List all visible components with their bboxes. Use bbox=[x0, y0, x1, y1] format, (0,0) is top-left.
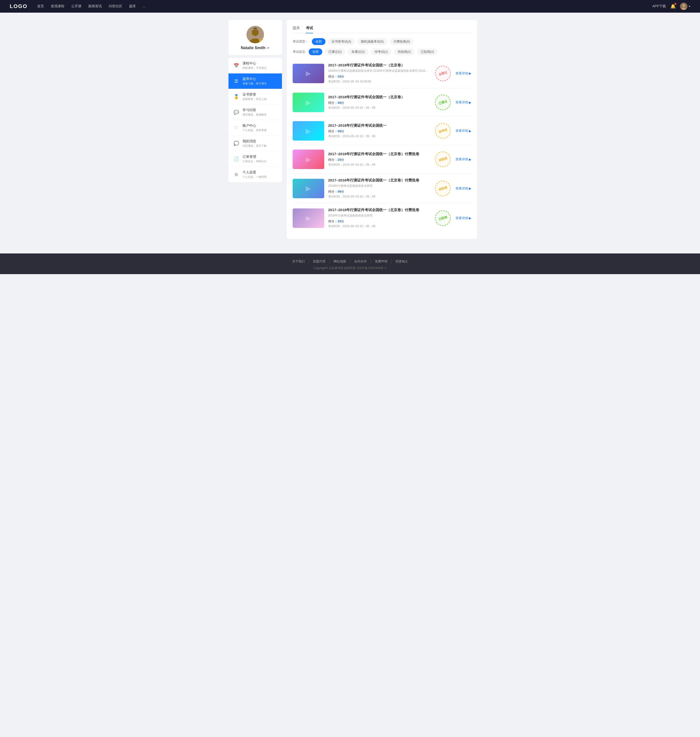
footer: 关于我们加盟代理网站地图合作伙伴免费声明招贤纳士 Copyright© 云朵商学… bbox=[0, 254, 700, 274]
main-tabs: 题库考试 bbox=[293, 26, 471, 33]
exam-action: 查看详情▶ bbox=[456, 71, 471, 76]
exam-title: 2017–2018年行测证件考试全国统一（北京卷）付费批卷 bbox=[328, 152, 430, 156]
exam-status: 待考试 bbox=[434, 122, 451, 140]
exam-thumbnail: ▶ bbox=[293, 150, 324, 169]
exam-title: 2017–2018年行测证件考试全国统一（北京卷）付费批卷 bbox=[328, 208, 430, 212]
exam-time: 考试时间：2019–05–03 10：09：09 bbox=[328, 134, 430, 139]
exam-score: 得分：25分 bbox=[328, 219, 430, 224]
exam-info: 2017–2018年行测证件考试全国统一 得分：99分 考试时间：2019–05… bbox=[328, 123, 430, 139]
nav-item[interactable]: 题库 bbox=[129, 4, 136, 9]
chevron-down-icon: ▾ bbox=[689, 4, 690, 8]
sidebar-item-course-center[interactable]: 📅 课程中心 精彩课程，不容错过 bbox=[228, 58, 282, 74]
sidebar-item-certificate[interactable]: 🏅 证书荣誉 收获荣誉，持证上岗 bbox=[228, 89, 282, 105]
exam-item: ▶ 2017–2018年行测证件考试全国统一（北京卷）付费批卷 得分：25分 考… bbox=[293, 145, 471, 174]
exam-list: ▶ 2017–2018年行测证件考试全国统一（北京卷） 2018年行测考试是最值… bbox=[293, 59, 471, 233]
nav-item[interactable]: 公开课 bbox=[71, 4, 81, 9]
nav-item[interactable]: ... bbox=[143, 4, 146, 9]
tab-题库[interactable]: 题库 bbox=[293, 26, 300, 33]
exam-title: 2017–2018年行测证件考试全国统一 bbox=[328, 123, 430, 128]
status-filter-option[interactable]: 已通过(2) bbox=[325, 49, 346, 55]
exam-thumbnail: ▶ bbox=[293, 64, 324, 83]
page-wrapper: 🏅 Natalie Smith ✏ 📅 课程中心 精彩课程，不容错过 ☰ 题库中… bbox=[228, 13, 472, 254]
arrow-right-icon: ▶ bbox=[469, 216, 471, 220]
exam-item: ▶ 2017–2018年行测证件考试全国统一（北京卷） 2018年行测考试是最值… bbox=[293, 59, 471, 88]
arrow-right-icon: ▶ bbox=[469, 158, 471, 161]
nav-item[interactable]: 新闻资讯 bbox=[88, 4, 102, 9]
app-download[interactable]: APP下载 bbox=[652, 4, 666, 9]
type-filter-option[interactable]: 证书类考试(4) bbox=[328, 38, 355, 45]
footer-link[interactable]: 网站地图 bbox=[329, 259, 350, 264]
notification-dot bbox=[675, 3, 676, 5]
type-filter-label: 考试类型： bbox=[293, 40, 309, 44]
sidebar-item-account[interactable]: ♡ 账户中心 个人权益、实时掌握 bbox=[228, 120, 282, 136]
sidebar-item-question-bank[interactable]: ☰ 题库中心 海量习题，助力通关 bbox=[228, 74, 282, 89]
view-detail-button[interactable]: 查看详情▶ bbox=[456, 129, 471, 133]
nav-item[interactable]: 发现课程 bbox=[51, 4, 65, 9]
sidebar-item-label: 个人设置 bbox=[243, 170, 267, 175]
status-stamp: 待批阅 bbox=[433, 150, 452, 169]
status-filter-option[interactable]: 待批阅(2) bbox=[394, 49, 415, 55]
view-detail-button[interactable]: 查看详情▶ bbox=[456, 71, 471, 76]
svg-point-1 bbox=[682, 4, 685, 7]
type-filter-option[interactable]: 全部 bbox=[312, 38, 325, 45]
exam-thumbnail: ▶ bbox=[293, 208, 324, 228]
footer-link[interactable]: 关于我们 bbox=[288, 259, 309, 264]
exam-score: 得分：99分 bbox=[328, 101, 430, 105]
view-detail-button[interactable]: 查看详情▶ bbox=[456, 157, 471, 162]
messages-icon: 💭 bbox=[233, 140, 240, 147]
course-center-icon: 📅 bbox=[233, 62, 240, 69]
status-stamp: 已批阅 bbox=[433, 208, 452, 227]
type-filter-option[interactable]: 随机抽题考试(5) bbox=[357, 38, 387, 45]
sidebar-item-sublabel: 精彩课程，不容错过 bbox=[243, 66, 267, 70]
sidebar-item-label: 订单管理 bbox=[243, 155, 267, 159]
sidebar-item-label: 课程中心 bbox=[243, 61, 267, 66]
exam-info: 2017–2018年行测证件考试全国统一（北京卷） 2018年行测考试是最值得多… bbox=[328, 63, 430, 84]
qa-icon: 💬 bbox=[233, 109, 240, 116]
sidebar-item-settings[interactable]: ⚙ 个人设置 个人信息、一键管理 bbox=[228, 167, 282, 182]
settings-icon: ⚙ bbox=[233, 171, 240, 178]
exam-desc: 2018年行测考试是最值得多去研究 bbox=[328, 214, 430, 218]
tab-考试[interactable]: 考试 bbox=[306, 26, 313, 33]
exam-action: 查看详情▶ bbox=[456, 186, 471, 191]
footer-link[interactable]: 免费声明 bbox=[371, 259, 391, 264]
navbar-right: APP下载 🔔 ▾ bbox=[652, 3, 690, 10]
exam-info: 2017–2018年行测证件考试全国统一（北京卷）付费批卷 2018年行测考试是… bbox=[328, 178, 430, 199]
view-detail-button[interactable]: 查看详情▶ bbox=[456, 186, 471, 191]
nav-item[interactable]: 首页 bbox=[37, 4, 44, 9]
footer-link[interactable]: 加盟代理 bbox=[309, 259, 329, 264]
nav-item[interactable]: 问答社区 bbox=[109, 4, 122, 9]
arrow-right-icon: ▶ bbox=[469, 72, 471, 75]
sidebar: 🏅 Natalie Smith ✏ 📅 课程中心 精彩课程，不容错过 ☰ 题库中… bbox=[228, 20, 282, 239]
view-detail-button[interactable]: 查看详情▶ bbox=[456, 100, 471, 105]
status-filter-option[interactable]: 待考试(2) bbox=[371, 49, 391, 55]
exam-score: 得分：25分 bbox=[328, 158, 430, 162]
arrow-right-icon: ▶ bbox=[469, 129, 471, 133]
type-filter-option[interactable]: 付费批卷(6) bbox=[390, 38, 414, 45]
exam-item: ▶ 2017–2018年行测证件考试全国统一（北京卷）付费批卷 2018年行测考… bbox=[293, 174, 471, 203]
notification-bell[interactable]: 🔔 bbox=[671, 4, 676, 9]
profile-card: 🏅 Natalie Smith ✏ bbox=[228, 20, 282, 55]
sidebar-item-orders[interactable]: 📄 订单管理 订单支出、明明白白 bbox=[228, 151, 282, 167]
edit-profile-icon[interactable]: ✏ bbox=[267, 46, 269, 50]
sidebar-item-sublabel: 收获荣誉，持证上岗 bbox=[243, 97, 267, 101]
status-filter-option[interactable]: 已批阅(2) bbox=[417, 49, 438, 55]
status-filter-option[interactable]: 未通过(2) bbox=[348, 49, 369, 55]
exam-item: ▶ 2017–2018年行测证件考试全国统一 得分：99分 考试时间：2019–… bbox=[293, 117, 471, 145]
exam-item: ▶ 2017–2018年行测证件考试全国统一（北京卷）付费批卷 2018年行测考… bbox=[293, 203, 471, 233]
nav-links: 首页发现课程公开课新闻资讯问答社区题库... bbox=[37, 4, 652, 9]
footer-link[interactable]: 招贤纳士 bbox=[391, 259, 412, 264]
sidebar-item-label: 题库中心 bbox=[243, 77, 267, 81]
exam-desc: 2018年行测考试是最值得多去研究 2018年行测考试是最值得多去研究 2018… bbox=[328, 69, 430, 73]
navbar: LOGO 首页发现课程公开课新闻资讯问答社区题库... APP下载 🔔 ▾ bbox=[0, 0, 700, 13]
status-stamp: 已通过 bbox=[433, 93, 452, 112]
footer-link[interactable]: 合作伙伴 bbox=[350, 259, 371, 264]
status-filter-option[interactable]: 全部 bbox=[309, 49, 322, 55]
sidebar-item-sublabel: 个人权益、实时掌握 bbox=[243, 128, 267, 132]
exam-info: 2017–2018年行测证件考试全国统一（北京卷） 得分：99分 考试时间：20… bbox=[328, 95, 430, 110]
exam-info: 2017–2018年行测证件考试全国统一（北京卷）付费批卷 得分：25分 考试时… bbox=[328, 152, 430, 167]
view-detail-button[interactable]: 查看详情▶ bbox=[456, 216, 471, 220]
user-avatar-menu[interactable]: ▾ bbox=[680, 3, 690, 10]
sidebar-item-messages[interactable]: 💭 我的消息 消息通知、及时了解 bbox=[228, 136, 282, 151]
sidebar-item-sublabel: 课后重温、疑难解答 bbox=[243, 113, 267, 116]
sidebar-item-qa[interactable]: 💬 学习问答 课后重温、疑难解答 bbox=[228, 105, 282, 120]
